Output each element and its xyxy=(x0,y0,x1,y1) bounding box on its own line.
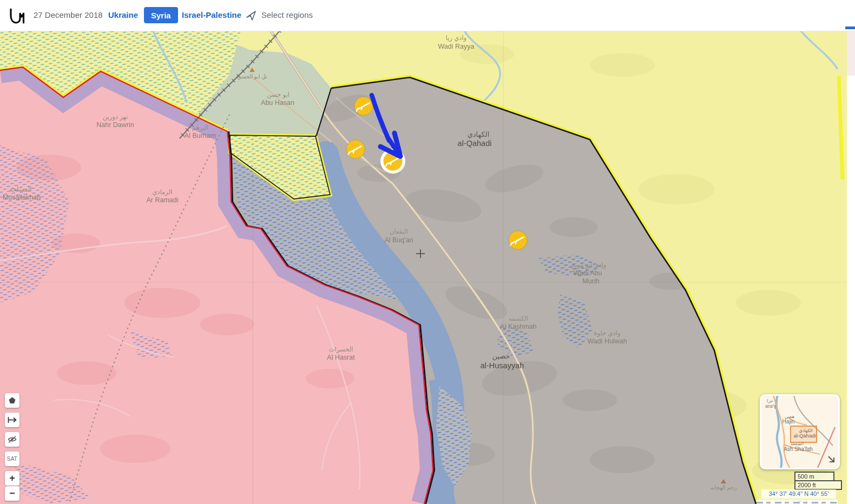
place-label-en: Murih xyxy=(582,277,599,285)
place-label-ar: ابو حسن xyxy=(267,91,290,99)
place-label-ar: البقعان xyxy=(390,228,407,235)
place-label-en: Ar Ramadi xyxy=(146,196,178,204)
date-label: 27 December 2018 xyxy=(34,10,103,19)
draw-polygon-button[interactable] xyxy=(5,393,19,408)
event-marker-clash[interactable] xyxy=(509,231,527,249)
place-label-en: Nahr Dawrin xyxy=(96,121,134,129)
measure-icon xyxy=(8,416,17,423)
place-label-en: Al Hasrat xyxy=(327,354,355,361)
side-panel-strip xyxy=(847,31,855,504)
side-panel-block xyxy=(847,31,855,76)
tab-syria[interactable]: Syria xyxy=(144,7,178,23)
side-panel-accent xyxy=(845,26,855,29)
coordinates-readout: 34° 37' 49.4" N 40° 55' 15.7" E xyxy=(761,489,836,499)
eye-off-icon xyxy=(8,435,17,443)
place-label-ar: وادي ريا xyxy=(446,35,466,42)
place-label-ar: وادي ابو مريح xyxy=(571,262,607,269)
measure-button[interactable] xyxy=(5,413,19,427)
select-regions-icon[interactable] xyxy=(245,9,258,22)
place-label-ar: تل ابو الحسن xyxy=(237,74,267,79)
place-label-ar: الرمادي xyxy=(153,189,173,196)
liveuamap-logo[interactable] xyxy=(9,7,25,24)
event-marker-clash[interactable] xyxy=(354,97,373,115)
place-label-en: Al Kashmah xyxy=(500,323,536,330)
attribution-cutoff xyxy=(757,500,838,504)
place-label-ar: الكسمه xyxy=(509,315,528,322)
place-label-ar: المسلحة xyxy=(9,186,31,193)
tab-israel-palestine[interactable]: Israel-Palestine xyxy=(182,10,241,19)
scale-control: 500 m 2000 ft xyxy=(794,472,842,490)
place-label-en: Wadi Hulwah xyxy=(587,337,627,345)
scale-metric: 500 m xyxy=(794,472,834,480)
place-label-en: Al Buq'an xyxy=(384,236,413,244)
place-label-ar: خصين xyxy=(492,352,510,361)
place-label-ar: الكهادي xyxy=(468,130,490,139)
satellite-toggle-button[interactable]: SAT xyxy=(5,452,19,466)
map-container: وادي ريا Wadi Rayya تل ابو الحسن ابو حسن… xyxy=(0,31,847,504)
minimap[interactable]: خرا ara'ij هجين Hajin الكهادي al-Qahadi … xyxy=(760,394,840,469)
minimap-label-en: al-Qahadi xyxy=(793,433,815,439)
minimap-label-en: Ash Sha'fah xyxy=(784,446,813,452)
place-label-en: Wadi Rayya xyxy=(438,43,475,50)
event-marker-clash[interactable] xyxy=(346,140,365,158)
place-label-en: al-Husayyah xyxy=(481,361,524,370)
minimap-label-en: Hajin xyxy=(782,419,795,425)
place-label-ar: وادي حلوة xyxy=(594,330,621,337)
place-label-en: al-Qahadi xyxy=(458,139,492,148)
place-label-en: Musallakhah xyxy=(3,194,41,201)
place-label-ar: البرهم xyxy=(192,124,208,132)
zoom-in-button[interactable]: + xyxy=(5,471,19,486)
liveuamap-app: 27 December 2018 Ukraine Syria Israel-Pa… xyxy=(0,0,855,504)
place-label-en: Wadi Abu xyxy=(573,269,602,277)
minimap-label-ar: الشعفة xyxy=(791,441,804,446)
zoom-out-button[interactable]: − xyxy=(5,486,19,501)
polygon-icon xyxy=(9,397,16,404)
place-label-ar: رجم الهجانه xyxy=(711,485,737,491)
minimap-label-en: ara'ij xyxy=(765,403,776,409)
place-label-ar: الحسرات xyxy=(329,346,353,354)
scale-imperial: 2000 ft xyxy=(794,480,842,490)
place-label-en: Al Burham xyxy=(185,132,216,140)
map-canvas[interactable]: وادي ريا Wadi Rayya تل ابو الحسن ابو حسن… xyxy=(0,31,847,504)
place-label-ar: نهر دورين xyxy=(103,114,128,121)
tab-ukraine[interactable]: Ukraine xyxy=(108,10,138,19)
header: 27 December 2018 Ukraine Syria Israel-Pa… xyxy=(0,0,855,31)
hide-markers-button[interactable] xyxy=(5,432,19,447)
place-label-en: Abu Hasan xyxy=(261,99,294,107)
select-regions-label[interactable]: Select regions xyxy=(261,10,313,19)
